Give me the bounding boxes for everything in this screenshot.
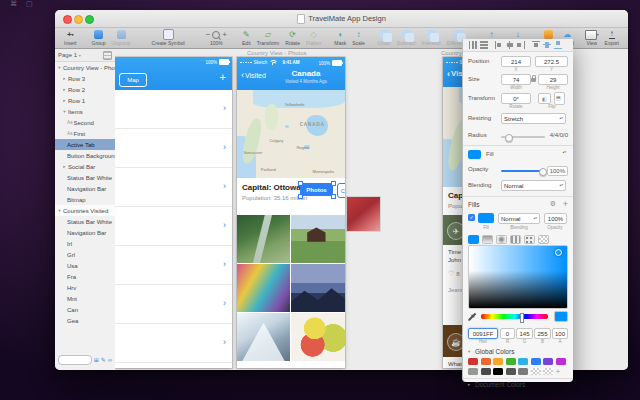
create-symbol-button[interactable]: Create Symbol — [152, 29, 185, 46]
layer-row[interactable]: ▸Row 2 — [55, 84, 115, 95]
layer-row-selected[interactable]: Active Tab — [55, 139, 115, 150]
layer-row[interactable]: Button Background — [55, 150, 115, 161]
add-color-icon[interactable]: + — [556, 368, 561, 375]
hex-input[interactable] — [468, 328, 498, 339]
layer-row[interactable]: ▾Items — [55, 106, 115, 117]
add-fill-icon[interactable]: + — [563, 199, 568, 209]
insert-button[interactable]: +▾ Insert — [64, 29, 77, 46]
add-button[interactable]: + — [220, 71, 226, 83]
list-item[interactable]: › — [115, 285, 232, 324]
global-colors-header[interactable]: Global Colors — [475, 348, 514, 355]
layer-row[interactable]: Can — [55, 304, 115, 315]
align-right-icon[interactable] — [517, 41, 525, 49]
layer-row[interactable]: AaFirst — [55, 128, 115, 139]
opacity-value[interactable]: 100% — [547, 166, 568, 176]
list-item[interactable]: › — [115, 129, 232, 168]
align-top-icon[interactable] — [532, 41, 540, 49]
photo-mural[interactable] — [237, 264, 290, 312]
fill-type-pattern-tab[interactable] — [524, 235, 535, 244]
page-selector[interactable]: Page 1 ▾ — [55, 49, 115, 62]
document-colors-header[interactable]: Document Colors — [475, 381, 525, 388]
eyedropper-icon[interactable] — [468, 312, 477, 321]
alpha-input[interactable] — [552, 328, 568, 339]
color-swatch[interactable] — [531, 358, 541, 365]
photo-forest[interactable] — [237, 215, 290, 263]
blue-input[interactable] — [534, 328, 551, 339]
align-left-icon[interactable] — [495, 41, 503, 49]
color-swatch[interactable] — [493, 358, 503, 365]
blending-select[interactable]: Normal▴▾ — [501, 180, 566, 191]
fill-opacity-input[interactable] — [544, 213, 567, 224]
layer-row[interactable]: Bitmap — [55, 194, 115, 205]
align-middle-icon[interactable] — [543, 41, 551, 49]
fill-color-swatch[interactable] — [478, 213, 494, 223]
photos-tab-button[interactable]: Photos — [300, 183, 333, 196]
align-bottom-icon[interactable] — [554, 41, 562, 49]
fill-type-radial-gradient-tab[interactable] — [496, 235, 507, 244]
artboard-countries-list[interactable]: 100% Map + › › › › › › › › — [115, 57, 232, 368]
color-swatch[interactable] — [506, 368, 516, 375]
export-button[interactable]: ↑ Export — [605, 29, 619, 46]
layer-row[interactable]: Fra — [55, 271, 115, 282]
color-swatch[interactable] — [556, 358, 566, 365]
fill-type-angular-gradient-tab[interactable] — [510, 235, 521, 244]
flip-horizontal-button[interactable]: ◧ — [538, 93, 551, 104]
distribute-vertical-icon[interactable] — [480, 41, 488, 49]
grid-icon[interactable]: ⊞ — [94, 357, 99, 363]
list-item[interactable]: › — [115, 168, 232, 207]
zoom-button[interactable] — [85, 15, 94, 24]
fills-settings-gear-icon[interactable]: ⚙ — [550, 200, 556, 208]
list-item[interactable]: › — [115, 90, 232, 129]
list-item[interactable]: › — [115, 324, 232, 363]
color-swatch[interactable] — [468, 358, 478, 365]
list-item[interactable]: › — [115, 246, 232, 285]
color-swatch[interactable] — [481, 368, 491, 375]
edit-button[interactable]: ✎ Edit — [242, 29, 251, 46]
zoom-control[interactable]: −+ 100% — [206, 29, 227, 46]
checkins-tab-button[interactable]: Check Ins — [337, 183, 345, 198]
scale-button[interactable]: ↕ Scale — [352, 29, 365, 46]
map-button[interactable]: Map — [119, 73, 147, 87]
y-input[interactable] — [535, 56, 568, 67]
photo-snow-mountain[interactable] — [237, 313, 290, 361]
transform-button[interactable]: ▱ Transform — [257, 29, 280, 46]
layer-row[interactable]: ▾Countries Visited — [55, 205, 115, 216]
opacity-slider[interactable] — [501, 170, 545, 172]
transparent-swatch[interactable] — [543, 368, 553, 375]
resizing-select[interactable]: Stretch▴▾ — [501, 113, 566, 124]
fill-type-noise-tab[interactable] — [538, 235, 549, 244]
photo-macarons[interactable] — [291, 313, 345, 361]
layer-row[interactable]: Navigation Bar — [55, 227, 115, 238]
page-list-toggle-icon[interactable] — [103, 51, 112, 60]
layer-row[interactable]: Mnt — [55, 293, 115, 304]
distribute-horizontal-icon[interactable] — [469, 41, 477, 49]
loose-photo[interactable] — [347, 197, 380, 231]
zoom-out-icon[interactable]: − — [206, 30, 211, 39]
list-item[interactable]: › — [115, 207, 232, 246]
layer-row[interactable]: ▸Row 1 — [55, 95, 115, 106]
layer-row[interactable]: AaSecond — [55, 117, 115, 128]
fill-blending-select[interactable]: Normal▴▾ — [498, 213, 540, 224]
green-input[interactable] — [516, 328, 533, 339]
saturation-brightness-picker[interactable] — [468, 245, 568, 309]
radius-slider[interactable] — [501, 136, 545, 138]
layer-row[interactable]: ▾Country View - Photos — [55, 62, 115, 73]
infinity-icon[interactable]: ∞ — [108, 357, 112, 363]
rotate-button[interactable]: ⟳ Rotate — [285, 29, 300, 46]
layer-row[interactable]: Usa — [55, 260, 115, 271]
color-swatch[interactable] — [493, 368, 503, 375]
like-icon[interactable]: ♡ — [448, 270, 454, 278]
width-input[interactable] — [501, 74, 531, 85]
red-input[interactable] — [500, 328, 515, 339]
color-swatch[interactable] — [518, 358, 528, 365]
rotate-input[interactable] — [501, 93, 531, 104]
color-swatch[interactable] — [481, 358, 491, 365]
layer-row[interactable]: Hrv — [55, 282, 115, 293]
layer-row[interactable]: Gea — [55, 315, 115, 326]
layer-row[interactable]: Grl — [55, 249, 115, 260]
list-item[interactable]: › — [115, 363, 232, 368]
photo-barn[interactable] — [291, 215, 345, 263]
color-swatch[interactable] — [468, 368, 478, 375]
view-button[interactable]: ▾ View — [585, 29, 599, 46]
x-input[interactable] — [501, 56, 531, 67]
